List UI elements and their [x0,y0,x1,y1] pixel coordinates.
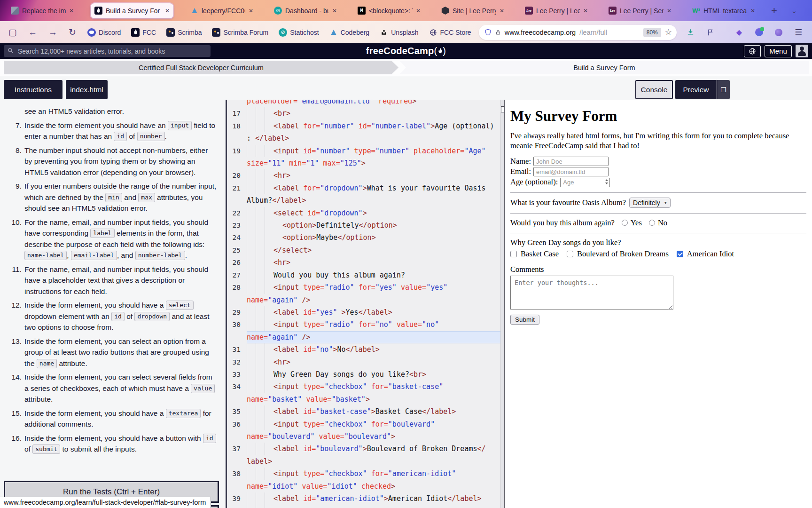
browser-tab[interactable]: Replace the img w✕ [7,3,78,18]
bookmark-scrimba-forum[interactable]: Scrimba Forum [212,28,268,37]
avatar[interactable] [796,45,808,57]
bookmark-discord[interactable]: Discord [87,28,121,37]
code-line[interactable]: 24<option>Maybe</option> [227,231,500,244]
tab-list-menu-icon[interactable]: ⌄ [791,7,797,15]
code-line-content[interactable]: <input id="number" type="number" placeho… [247,145,500,157]
app-menu-icon[interactable]: ☰ [793,27,804,38]
code-line-content[interactable]: name="again" /> [247,331,500,343]
code-line[interactable]: size="11" min="1" max="125"> [227,157,500,169]
browser-tab[interactable]: Site | Lee Perry✕ [437,3,508,18]
code-line-content[interactable]: <label for="number" id="number-label">Ag… [247,120,500,132]
url-bar[interactable]: www.freecodecamp.org /learn/full 80% ☆ [479,25,677,40]
code-line-content[interactable]: <option>Maybe</option> [247,231,500,244]
scrollbar-thumb[interactable] [501,106,504,112]
tab-close-icon[interactable]: ✕ [332,8,337,14]
browser-tab[interactable]: leeperry/FCC001-✕ [187,3,257,18]
code-line-content[interactable]: size="11" min="1" max="125"> [247,157,500,169]
extension-purple-icon[interactable] [773,27,784,38]
code-line[interactable]: 17<br> [227,107,500,119]
code-line[interactable]: name="again" /> [227,294,500,306]
code-line[interactable]: 28<input type="radio" for="yes" value="y… [227,281,500,294]
search-input[interactable] [4,45,211,57]
code-line[interactable]: 29<label id="yes" >Yes</label> [227,306,500,318]
email-input[interactable] [533,167,609,176]
tab-close-icon[interactable]: ✕ [667,8,671,14]
code-line[interactable]: 35<label id="basket-case">Basket Case</l… [227,405,500,418]
tab-close-icon[interactable]: ✕ [500,8,504,14]
code-line[interactable]: 33Why Green Day songs do you like?<br> [227,368,500,381]
code-line[interactable]: 26<hr> [227,256,500,269]
code-line[interactable]: placeholder="email@domain.tld" required> [227,100,500,107]
code-line[interactable]: 30<input type="radio" for="no" value="no… [227,318,500,331]
browser-tab[interactable]: LeeLee Perry | Lee Pe✕ [521,3,592,18]
browser-tab[interactable]: ⊘Dashboard - build✕ [270,3,341,18]
code-line[interactable]: 21<label for="dropdown">What is your fav… [227,182,500,194]
language-globe-button[interactable] [744,45,761,57]
name-input[interactable] [533,157,609,166]
code-line-content[interactable]: <input type="radio" for="no" value="no" [247,318,500,331]
editor-scrollbar[interactable] [500,100,505,508]
code-line-content[interactable]: name="basket" value="basket"> [247,393,500,405]
code-line[interactable]: 31<label id="no">No</label> [227,343,500,356]
code-line-content[interactable]: <label id="american-idiot">American Idio… [247,492,500,505]
code-line[interactable]: 36<input type="checkbox" for="boulevard" [227,418,500,430]
code-line-content[interactable]: <hr> [247,356,500,368]
extension-privacy-icon[interactable] [754,27,764,38]
album-dropdown[interactable]: Definitely ▾ [629,198,671,208]
code-line[interactable]: Album?</label> [227,194,500,206]
checkbox-american-idiot[interactable] [677,251,683,257]
code-line-content[interactable]: name="again" /> [247,294,500,306]
code-line[interactable]: name="basket" value="basket"> [227,393,500,405]
code-line-content[interactable]: <hr> [247,256,500,269]
code-line-content[interactable]: name="boulevard" value="boulevard"> [247,430,500,443]
tab-close-icon[interactable]: ✕ [750,8,755,14]
sidebar-toggle-icon[interactable]: ▢ [8,28,17,37]
code-line[interactable]: 25</select> [227,244,500,256]
code-line-content[interactable]: <input type="radio" for="yes" value="yes… [247,281,500,294]
code-line-content[interactable]: <label id="no">No</label> [247,343,500,356]
code-line[interactable]: 18<label for="number" id="number-label">… [227,120,500,132]
code-line[interactable]: 19<input id="number" type="number" place… [227,145,500,157]
code-line[interactable]: 27Would you buy this album again? [227,269,500,281]
bookmark-statichost[interactable]: ⊘Statichost [279,28,319,37]
extension-flag-icon[interactable] [705,27,715,38]
comments-textarea[interactable] [510,276,673,310]
radio-yes[interactable] [622,220,628,226]
code-line[interactable]: 38<input type="checkbox" for="american-i… [227,468,500,480]
code-line[interactable]: 39<label id="american-idiot">American Id… [227,492,500,505]
code-line[interactable]: 40 [227,505,500,508]
menu-button[interactable]: Menu [765,45,792,57]
code-line[interactable]: 32<hr> [227,356,500,368]
code-line-content[interactable]: name="idiot" value="idiot" checked> [247,480,500,492]
code-line[interactable]: : </label> [227,132,500,144]
forward-icon[interactable]: → [48,28,57,37]
radio-no[interactable] [649,220,655,226]
extension-diamond-icon[interactable]: ◆ [734,27,744,38]
code-line-content[interactable]: <hr> [247,169,500,182]
number-spinner-icon[interactable] [605,179,608,184]
code-line[interactable]: name="again" /> [227,331,500,343]
preview-button[interactable]: Preview [675,80,717,99]
code-line[interactable]: 22<select id="dropdown"> [227,207,500,219]
bookmark-unsplash[interactable]: Unsplash [380,28,418,37]
age-input[interactable] [560,178,610,187]
bookmark-fcc[interactable]: FCC [131,28,156,37]
code-line[interactable]: label> [227,455,500,468]
fcc-logo[interactable]: freeCodeCamp() [366,46,446,56]
new-tab-button[interactable]: + [771,5,777,17]
tab-close-icon[interactable]: ✕ [165,8,170,14]
code-line-content[interactable]: <select id="dropdown"> [247,207,500,219]
code-line-content[interactable]: Album?</label> [247,194,500,206]
code-line-content[interactable]: </select> [247,244,500,256]
tab-close-icon[interactable]: ✕ [69,8,74,14]
code-line-content[interactable]: <option>Definitely</option> [247,219,500,231]
code-line[interactable]: name="boulevard" value="boulevard"> [227,430,500,443]
bookmark-scrimba[interactable]: Scrimba [166,28,202,37]
code-line-content[interactable]: <input type="checkbox" for="basket-case" [247,381,500,393]
code-line-content[interactable]: Would you buy this album again? [247,269,500,281]
bookmark-star-icon[interactable]: ☆ [665,27,672,37]
shield-icon[interactable] [484,28,492,36]
code-line-content[interactable]: placeholder="email@domain.tld" required> [247,100,500,107]
back-icon[interactable]: ← [28,28,37,37]
code-line-content[interactable]: <label id="basket-case">Basket Case</lab… [247,405,500,418]
